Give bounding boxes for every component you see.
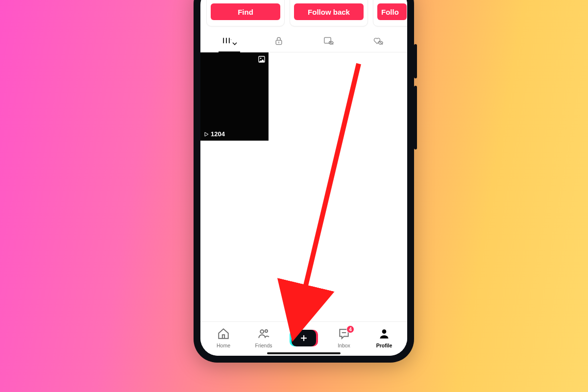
phone-side-button — [414, 86, 417, 149]
nav-label: Friends — [255, 343, 272, 348]
find-button[interactable]: Find — [211, 3, 280, 20]
play-icon — [203, 131, 209, 137]
tab-reposts[interactable] — [304, 36, 354, 48]
posts-grid[interactable]: 1204 — [200, 52, 407, 321]
bottom-navigation: Home Friends — [200, 321, 407, 356]
grid-icon — [221, 36, 237, 48]
nav-label: Inbox — [338, 343, 350, 348]
nav-home[interactable]: Home — [203, 327, 244, 348]
plus-icon — [292, 330, 316, 346]
nav-friends[interactable]: Friends — [244, 327, 284, 348]
video-thumbnail[interactable]: 1204 — [200, 52, 269, 141]
image-post-icon — [258, 55, 266, 65]
tab-private[interactable] — [254, 36, 304, 48]
lock-icon — [274, 36, 284, 48]
home-indicator — [267, 352, 341, 354]
video-view-count: 1204 — [203, 130, 225, 138]
nav-label: Profile — [376, 343, 392, 348]
phone-frame: Find your friends Find Follows you Follo… — [194, 0, 414, 363]
nav-label: Home — [217, 343, 230, 348]
heart-hidden-icon — [373, 36, 384, 48]
tab-posts-grid[interactable] — [204, 36, 254, 48]
friends-icon — [257, 327, 270, 341]
nav-profile[interactable]: Profile — [364, 327, 404, 348]
suggested-account-card[interactable]: Follows you Follow back — [290, 0, 368, 26]
suggested-account-card[interactable]: Foll Follo — [373, 0, 407, 26]
svg-rect-5 — [324, 38, 331, 44]
phone-side-button — [414, 44, 417, 78]
app-screen: Find your friends Find Follows you Follo… — [200, 0, 407, 356]
svg-point-10 — [260, 330, 264, 333]
profile-content-tabs — [200, 26, 407, 52]
profile-icon — [378, 327, 391, 341]
suggested-accounts-row[interactable]: Find your friends Find Follows you Follo… — [200, 0, 407, 26]
repost-hidden-icon — [323, 36, 334, 48]
suggested-account-card[interactable]: Find your friends Find — [206, 0, 285, 26]
svg-point-11 — [265, 330, 268, 332]
svg-point-9 — [260, 58, 262, 59]
svg-point-15 — [382, 329, 387, 334]
inbox-badge: 4 — [346, 325, 354, 333]
follow-button[interactable]: Follo — [377, 3, 407, 20]
nav-create[interactable] — [284, 330, 324, 346]
nav-inbox[interactable]: 4 Inbox — [324, 327, 364, 348]
tab-liked[interactable] — [354, 36, 404, 48]
empty-grid-cell — [270, 52, 338, 141]
home-icon — [217, 327, 230, 341]
empty-grid-cell — [339, 52, 407, 141]
follow-back-button[interactable]: Follow back — [294, 3, 364, 20]
